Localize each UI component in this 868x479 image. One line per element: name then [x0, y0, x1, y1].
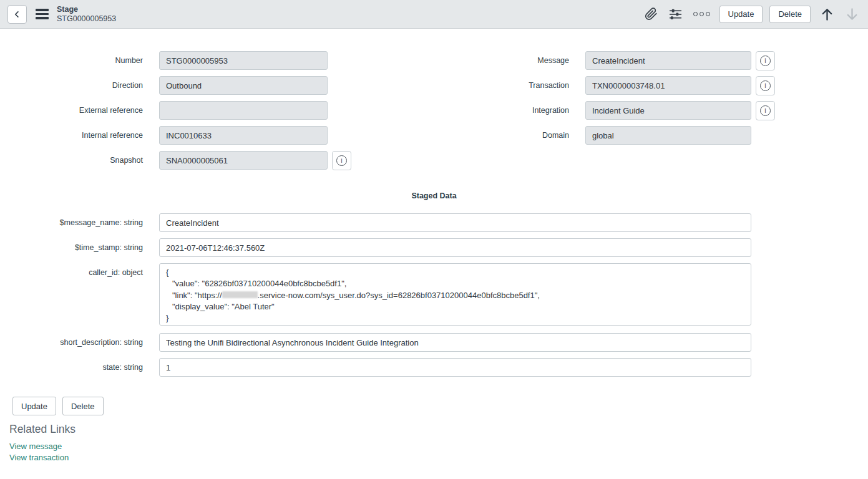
form-row: caller_id: object { "value": "62826bf037…: [0, 263, 868, 326]
redacted-instance-name: [222, 291, 258, 298]
footer-actions: Update Delete: [12, 397, 868, 415]
arrow-down-icon: [845, 7, 859, 22]
state-label: state: string: [0, 363, 143, 372]
info-icon: i: [760, 105, 771, 116]
form-row: Transaction i: [426, 76, 775, 95]
snapshot-label: Snapshot: [0, 156, 143, 165]
message-field[interactable]: [585, 51, 751, 70]
external-reference-label: External reference: [0, 106, 143, 115]
snapshot-info-button[interactable]: i: [332, 151, 351, 170]
footer-delete-button[interactable]: Delete: [62, 397, 104, 415]
stage-form: Number Direction External reference Inte…: [0, 29, 868, 176]
staged-data-section-title: Staged Data: [0, 191, 868, 200]
caller-id-object-field[interactable]: { "value": "62826bf03710200044e0bfc8bcbe…: [159, 263, 751, 326]
sliders-icon: [669, 7, 682, 21]
integration-field[interactable]: [585, 101, 751, 120]
json-value-line: "value": "62826bf03710200044e0bfc8bcbe5d…: [166, 278, 744, 289]
json-display-value-line: "display_value": "Abel Tuter": [166, 301, 744, 312]
integration-label: Integration: [426, 106, 569, 115]
form-row: $message_name: string: [0, 213, 868, 232]
transaction-field[interactable]: [585, 76, 751, 95]
message-label: Message: [426, 56, 569, 65]
internal-reference-field[interactable]: [159, 126, 328, 145]
chevron-left-icon: [13, 10, 21, 19]
transaction-info-button[interactable]: i: [756, 76, 775, 95]
previous-record-button[interactable]: [819, 6, 836, 23]
caller-id-label: caller_id: object: [0, 263, 143, 277]
form-row: Domain: [426, 126, 775, 145]
direction-field[interactable]: [159, 76, 328, 95]
staged-data-section: $message_name: string $time_stamp: strin…: [0, 213, 868, 377]
external-reference-field[interactable]: [159, 101, 328, 120]
menu-icon[interactable]: [36, 9, 49, 19]
record-number: STG0000005953: [57, 14, 116, 23]
short-description-label: short_description: string: [0, 338, 143, 347]
json-close-brace: }: [166, 312, 744, 324]
page-title: Stage: [57, 5, 116, 14]
snapshot-field[interactable]: [159, 151, 328, 170]
back-button[interactable]: [7, 5, 27, 24]
direction-label: Direction: [0, 81, 143, 90]
form-column-right: Message i Transaction i Integration i Do…: [426, 51, 775, 151]
form-row: short_description: string: [0, 333, 868, 352]
form-row: Message i: [426, 51, 775, 70]
view-message-link[interactable]: View message: [9, 441, 868, 452]
attachment-button[interactable]: [643, 6, 659, 22]
json-open-brace: {: [166, 267, 744, 278]
domain-label: Domain: [426, 131, 569, 140]
integration-info-button[interactable]: i: [756, 101, 775, 120]
form-row: Integration i: [426, 101, 775, 120]
form-row: Snapshot i: [0, 151, 868, 170]
state-input[interactable]: [159, 358, 751, 377]
personalize-form-button[interactable]: [668, 6, 683, 22]
form-row: $time_stamp: string: [0, 238, 868, 257]
paperclip-icon: [645, 7, 658, 21]
form-row: state: string: [0, 358, 868, 377]
time-stamp-input[interactable]: [159, 238, 751, 257]
info-icon: i: [760, 56, 771, 66]
header-title-block: Stage STG0000005953: [57, 5, 116, 23]
json-link-suffix: .service-now.com/sys_user.do?sys_id=6282…: [258, 291, 540, 300]
related-links-list: View message View transaction: [9, 441, 868, 463]
form-header-bar: Stage STG0000005953 Update Delete: [0, 0, 868, 29]
number-label: Number: [0, 56, 143, 65]
info-icon: i: [760, 80, 771, 91]
footer-update-button[interactable]: Update: [12, 397, 56, 415]
header-update-button[interactable]: Update: [719, 6, 763, 23]
transaction-label: Transaction: [426, 81, 569, 90]
more-options-icon[interactable]: [693, 12, 710, 16]
view-transaction-link[interactable]: View transaction: [9, 452, 868, 463]
next-record-button[interactable]: [844, 6, 861, 23]
json-link-prefix: "link": "https://: [172, 291, 222, 300]
arrow-up-icon: [820, 7, 834, 22]
number-field[interactable]: [159, 51, 328, 70]
info-icon: i: [336, 155, 347, 166]
time-stamp-label: $time_stamp: string: [0, 243, 143, 252]
json-link-line: "link": "https://.service-now.com/sys_us…: [166, 290, 744, 301]
related-links-heading: Related Links: [9, 423, 868, 436]
header-delete-button[interactable]: Delete: [769, 6, 811, 23]
internal-reference-label: Internal reference: [0, 131, 143, 140]
domain-field[interactable]: [585, 126, 751, 145]
message-name-input[interactable]: [159, 213, 751, 232]
message-info-button[interactable]: i: [756, 51, 775, 70]
message-name-label: $message_name: string: [0, 218, 143, 227]
short-description-input[interactable]: [159, 333, 751, 352]
